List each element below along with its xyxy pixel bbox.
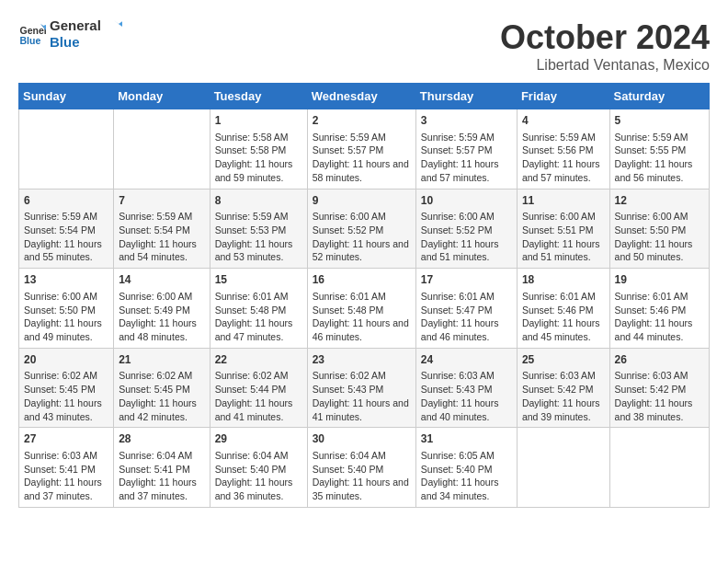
day-number: 4	[522, 113, 605, 129]
day-number: 31	[421, 431, 512, 447]
day-info: Sunrise: 5:59 AM	[119, 210, 204, 224]
day-info: Sunset: 5:42 PM	[615, 383, 704, 396]
day-info: Sunrise: 6:00 AM	[421, 210, 512, 224]
day-info: Sunset: 5:57 PM	[313, 144, 411, 157]
day-number: 7	[119, 193, 204, 209]
calendar-cell	[114, 109, 210, 190]
day-info: Sunrise: 5:59 AM	[615, 131, 704, 144]
day-info: Sunrise: 5:59 AM	[522, 131, 605, 144]
logo: General Blue General Blue	[18, 18, 122, 51]
weekday-header: Sunday	[19, 84, 114, 109]
day-number: 5	[615, 113, 704, 129]
logo-general-text: General	[50, 18, 122, 35]
day-number: 29	[215, 431, 302, 447]
day-info: Daylight: 11 hours and 48 minutes.	[119, 316, 204, 343]
calendar-cell: 26Sunrise: 6:03 AMSunset: 5:42 PMDayligh…	[609, 348, 709, 428]
day-info: Sunrise: 6:03 AM	[615, 369, 704, 383]
day-info: Daylight: 11 hours and 39 minutes.	[522, 396, 605, 423]
day-number: 3	[421, 113, 512, 129]
day-info: Daylight: 11 hours and 47 minutes.	[215, 316, 302, 343]
day-info: Sunset: 5:43 PM	[313, 383, 411, 396]
calendar-cell: 21Sunrise: 6:02 AMSunset: 5:45 PMDayligh…	[114, 348, 210, 428]
calendar-cell: 2Sunrise: 5:59 AMSunset: 5:57 PMDaylight…	[307, 109, 415, 190]
svg-text:Blue: Blue	[20, 35, 41, 46]
title-area: October 2024 Libertad Ventanas, Mexico	[500, 18, 710, 74]
day-info: Sunrise: 5:59 AM	[313, 131, 411, 144]
day-number: 28	[119, 431, 204, 447]
day-info: Sunrise: 6:01 AM	[421, 290, 512, 304]
day-info: Sunset: 5:52 PM	[421, 224, 512, 237]
day-info: Daylight: 11 hours and 50 minutes.	[615, 237, 704, 264]
day-info: Sunset: 5:56 PM	[522, 144, 605, 157]
day-info: Sunset: 5:46 PM	[615, 304, 704, 317]
day-number: 16	[313, 272, 411, 288]
logo-icon: General Blue	[18, 20, 46, 48]
day-number: 24	[421, 352, 512, 368]
day-info: Sunset: 5:47 PM	[421, 304, 512, 317]
day-number: 13	[24, 272, 108, 288]
day-info: Daylight: 11 hours and 41 minutes.	[313, 396, 411, 423]
day-info: Sunset: 5:51 PM	[522, 224, 605, 237]
calendar-week-row: 27Sunrise: 6:03 AMSunset: 5:41 PMDayligh…	[19, 428, 710, 508]
day-info: Daylight: 11 hours and 43 minutes.	[24, 396, 108, 423]
day-info: Sunset: 5:48 PM	[215, 304, 302, 317]
day-info: Sunrise: 6:01 AM	[615, 290, 704, 304]
day-info: Sunset: 5:57 PM	[421, 144, 512, 157]
calendar-cell: 20Sunrise: 6:02 AMSunset: 5:45 PMDayligh…	[19, 348, 114, 428]
day-number: 15	[215, 272, 302, 288]
calendar-cell: 3Sunrise: 5:59 AMSunset: 5:57 PMDaylight…	[415, 109, 517, 190]
day-info: Sunset: 5:45 PM	[24, 383, 108, 396]
calendar-cell: 24Sunrise: 6:03 AMSunset: 5:43 PMDayligh…	[415, 348, 517, 428]
day-info: Daylight: 11 hours and 45 minutes.	[522, 316, 605, 343]
calendar-week-row: 6Sunrise: 5:59 AMSunset: 5:54 PMDaylight…	[19, 189, 710, 269]
calendar-cell: 31Sunrise: 6:05 AMSunset: 5:40 PMDayligh…	[415, 428, 517, 508]
day-info: Sunset: 5:41 PM	[119, 463, 204, 477]
day-number: 19	[615, 272, 704, 288]
day-info: Sunrise: 6:04 AM	[119, 449, 204, 463]
day-number: 23	[313, 352, 411, 368]
calendar-cell: 8Sunrise: 5:59 AMSunset: 5:53 PMDaylight…	[210, 189, 307, 269]
calendar-cell: 23Sunrise: 6:02 AMSunset: 5:43 PMDayligh…	[307, 348, 415, 428]
day-info: Sunset: 5:49 PM	[119, 304, 204, 317]
logo-bird-icon	[106, 18, 122, 35]
day-info: Sunrise: 5:59 AM	[421, 131, 512, 144]
day-number: 12	[615, 193, 704, 209]
day-info: Sunrise: 6:02 AM	[24, 369, 108, 383]
day-number: 1	[215, 113, 302, 129]
day-info: Sunset: 5:55 PM	[615, 144, 704, 157]
day-info: Daylight: 11 hours and 40 minutes.	[421, 396, 512, 423]
day-info: Sunrise: 6:03 AM	[522, 369, 605, 383]
day-number: 8	[215, 193, 302, 209]
logo-blue-text: Blue	[50, 35, 122, 51]
calendar-week-row: 20Sunrise: 6:02 AMSunset: 5:45 PMDayligh…	[19, 348, 710, 428]
day-info: Sunrise: 6:02 AM	[215, 369, 302, 383]
day-info: Sunrise: 6:00 AM	[615, 210, 704, 224]
day-info: Daylight: 11 hours and 54 minutes.	[119, 237, 204, 264]
day-info: Sunset: 5:41 PM	[24, 463, 108, 477]
day-info: Daylight: 11 hours and 57 minutes.	[522, 157, 605, 184]
day-info: Daylight: 11 hours and 35 minutes.	[313, 476, 411, 502]
calendar-cell: 29Sunrise: 6:04 AMSunset: 5:40 PMDayligh…	[210, 428, 307, 508]
day-info: Sunrise: 6:01 AM	[522, 290, 605, 304]
day-info: Daylight: 11 hours and 46 minutes.	[421, 316, 512, 343]
day-info: Sunrise: 6:02 AM	[119, 369, 204, 383]
day-number: 26	[615, 352, 704, 368]
calendar-week-row: 13Sunrise: 6:00 AMSunset: 5:50 PMDayligh…	[19, 269, 710, 349]
day-info: Sunset: 5:42 PM	[522, 383, 605, 396]
weekday-header-row: SundayMondayTuesdayWednesdayThursdayFrid…	[19, 84, 710, 109]
day-info: Daylight: 11 hours and 37 minutes.	[24, 476, 108, 502]
day-info: Sunset: 5:54 PM	[24, 224, 108, 237]
day-number: 11	[522, 193, 605, 209]
day-number: 20	[24, 352, 108, 368]
day-info: Sunrise: 6:04 AM	[313, 449, 411, 463]
day-info: Sunset: 5:58 PM	[215, 144, 302, 157]
day-info: Daylight: 11 hours and 53 minutes.	[215, 237, 302, 264]
day-info: Sunrise: 5:59 AM	[24, 210, 108, 224]
day-info: Sunrise: 6:00 AM	[119, 290, 204, 304]
calendar-cell: 17Sunrise: 6:01 AMSunset: 5:47 PMDayligh…	[415, 269, 517, 349]
weekday-header: Thursday	[415, 84, 517, 109]
calendar-cell: 4Sunrise: 5:59 AMSunset: 5:56 PMDaylight…	[517, 109, 609, 190]
calendar-cell: 18Sunrise: 6:01 AMSunset: 5:46 PMDayligh…	[517, 269, 609, 349]
day-number: 2	[313, 113, 411, 129]
day-info: Sunset: 5:45 PM	[119, 383, 204, 396]
